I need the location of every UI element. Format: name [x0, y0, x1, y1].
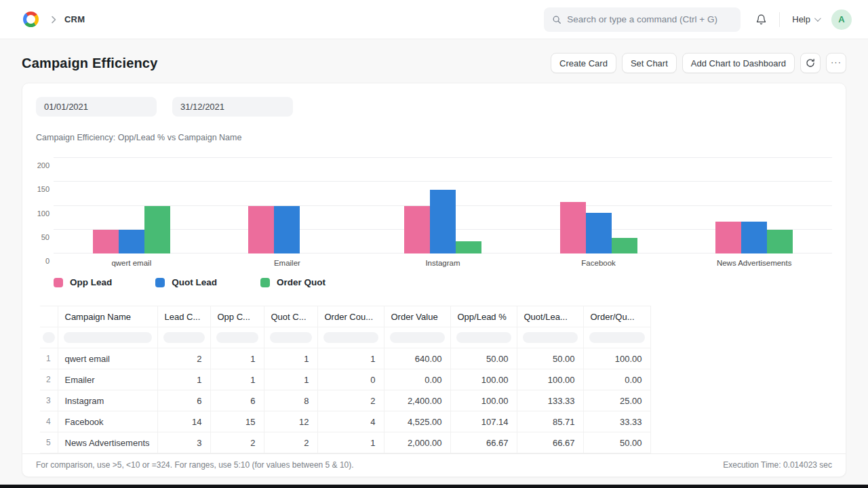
table-header-cell[interactable]: Order/Qu...	[583, 306, 650, 327]
table-row[interactable]: 5News Advertisements32212,000.0066.6766.…	[40, 432, 650, 453]
refresh-button[interactable]	[800, 53, 821, 73]
bar-opp-lead	[404, 206, 430, 254]
topbar: CRM Help A	[0, 0, 868, 39]
table-header-cell[interactable]: Order Value	[384, 306, 450, 327]
filter-cell[interactable]	[210, 327, 264, 348]
value-cell: 85.71	[517, 411, 583, 432]
chart-plot: 050100150200	[54, 158, 832, 253]
add-chart-to-dashboard-button[interactable]: Add Chart to Dashboard	[682, 53, 795, 73]
value-cell: 3	[157, 432, 210, 453]
bar-opp-lead	[93, 230, 119, 253]
bar-order-quot	[144, 206, 170, 254]
to-date-input[interactable]: 31/12/2021	[172, 97, 293, 117]
legend-item: Quot Lead	[155, 277, 217, 287]
y-tick-label: 50	[32, 233, 50, 241]
x-axis-label: Facebook	[521, 259, 677, 267]
table-header-cell[interactable]: Opp C...	[210, 306, 264, 327]
filter-cell[interactable]	[583, 327, 650, 348]
filter-pill	[163, 332, 205, 343]
table-header-cell[interactable]: Quot/Lea...	[517, 306, 583, 327]
filter-cell[interactable]	[384, 327, 450, 348]
value-cell: 6	[210, 390, 264, 411]
x-axis-label: qwert email	[54, 259, 210, 267]
filter-cell[interactable]	[58, 327, 157, 348]
table-header-cell[interactable]: Lead C...	[157, 306, 210, 327]
x-axis-label: News Advertisements	[676, 259, 832, 267]
filter-cell[interactable]	[157, 327, 210, 348]
campaign-name-cell: Facebook	[58, 411, 157, 432]
table-header-cell[interactable]: Opp/Lead %	[450, 306, 517, 327]
search-icon	[552, 15, 561, 24]
create-card-button[interactable]: Create Card	[551, 53, 616, 73]
bar-group	[93, 158, 170, 253]
search-input[interactable]	[567, 14, 732, 24]
filter-hint-text: For comparison, use >5, <10 or =324. For…	[36, 460, 354, 470]
bar-group	[404, 158, 481, 253]
legend-item: Opp Lead	[54, 277, 112, 287]
value-cell: 2	[157, 348, 210, 369]
breadcrumb[interactable]: CRM	[64, 14, 85, 24]
row-index: 2	[40, 369, 58, 390]
report-table: Campaign NameLead C...Opp C...Quot C...O…	[40, 306, 651, 453]
value-cell: 100.00	[517, 369, 583, 390]
chevron-down-icon	[814, 15, 821, 22]
bar-quot-lead	[274, 206, 300, 254]
filter-cell-index[interactable]	[40, 327, 58, 348]
legend-label: Order Quot	[277, 277, 326, 287]
filter-pill	[64, 332, 152, 343]
table-header-index	[40, 306, 58, 327]
from-date-input[interactable]: 01/01/2021	[36, 97, 157, 117]
value-cell: 640.00	[384, 348, 450, 369]
help-menu[interactable]: Help	[792, 14, 819, 24]
chart-x-labels: qwert emailEmailerInstagramFacebookNews …	[54, 259, 832, 267]
filter-pill	[43, 332, 55, 343]
campaign-name-cell: Instagram	[58, 390, 157, 411]
value-cell: 2	[264, 432, 317, 453]
value-cell: 0.00	[583, 369, 650, 390]
table-header-cell[interactable]: Quot C...	[264, 306, 317, 327]
campaign-name-cell: qwert email	[58, 348, 157, 369]
table-row[interactable]: 3Instagram66822,400.00100.00133.3325.00	[40, 390, 650, 411]
filter-pill	[270, 332, 312, 343]
row-index: 5	[40, 432, 58, 453]
header-actions: Create Card Set Chart Add Chart to Dashb…	[551, 53, 846, 73]
value-cell: 2	[210, 432, 264, 453]
filter-cell[interactable]	[264, 327, 317, 348]
table-row[interactable]: 2Emailer11100.00100.00100.000.00	[40, 369, 650, 390]
filter-pill	[456, 332, 511, 343]
search-bar[interactable]	[544, 7, 741, 32]
date-filters: 01/01/2021 31/12/2021	[22, 97, 846, 117]
filter-pill	[523, 332, 578, 343]
chart-title: Campaign Efficiency: Opp/Lead % vs Campa…	[22, 133, 846, 142]
breadcrumb-chevron-icon	[51, 16, 56, 24]
table-header-cell[interactable]: Campaign Name	[58, 306, 157, 327]
y-tick-label: 100	[32, 209, 50, 218]
filter-cell[interactable]	[517, 327, 583, 348]
notifications-button[interactable]	[755, 14, 767, 25]
filter-pill	[589, 332, 645, 343]
table-header-cell[interactable]: Order Cou...	[317, 306, 384, 327]
table-row[interactable]: 1qwert email2111640.0050.0050.00100.00	[40, 348, 650, 369]
table-body: 1qwert email2111640.0050.0050.00100.002E…	[40, 327, 650, 453]
value-cell: 1	[264, 369, 317, 390]
table-filter-row	[40, 327, 650, 348]
chart-group	[676, 158, 832, 253]
avatar[interactable]: A	[831, 9, 852, 30]
filter-cell[interactable]	[450, 327, 517, 348]
bar-opp-lead	[715, 222, 741, 253]
legend-swatch	[155, 278, 165, 287]
value-cell: 50.00	[517, 348, 583, 369]
app-logo-icon[interactable]	[23, 12, 39, 27]
filter-pill	[390, 332, 445, 343]
campaign-name-cell: Emailer	[58, 369, 157, 390]
chart-group	[521, 158, 677, 253]
value-cell: 4,525.00	[384, 411, 450, 432]
set-chart-button[interactable]: Set Chart	[622, 53, 677, 73]
bar-group	[248, 158, 326, 253]
filter-cell[interactable]	[317, 327, 384, 348]
value-cell: 2,000.00	[384, 432, 450, 453]
table-row[interactable]: 4Facebook14151244,525.00107.1485.7133.33	[40, 411, 650, 432]
more-options-button[interactable]: ···	[826, 53, 846, 73]
bar-opp-lead	[560, 202, 586, 253]
bar-order-quot	[612, 238, 637, 253]
